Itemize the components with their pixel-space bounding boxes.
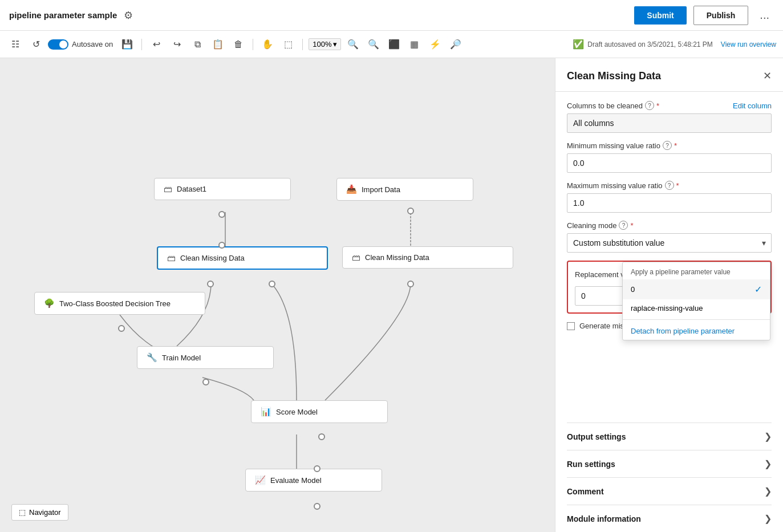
node-clean-missing-1-label: Clean Missing Data: [180, 254, 245, 262]
publish-button[interactable]: Publish: [693, 6, 749, 25]
select-icon[interactable]: ⬚: [279, 36, 297, 53]
node-clean-missing-2[interactable]: 🗃 Clean Missing Data: [342, 246, 513, 269]
columns-edit-link[interactable]: Edit column: [733, 101, 772, 110]
dropdown-divider: [623, 319, 770, 320]
generate-missing-checkbox[interactable]: [567, 322, 575, 330]
min-ratio-help-icon[interactable]: ?: [663, 141, 672, 150]
node-two-class-label: Two-Class Boosted Decision Tree: [59, 299, 171, 308]
min-ratio-input[interactable]: [567, 153, 772, 173]
node-clean-missing-2-label: Clean Missing Data: [365, 253, 429, 262]
refresh-icon[interactable]: ↺: [27, 36, 44, 53]
dropdown-popup: Apply a pipeline parameter value 0 ✓ rap…: [622, 262, 770, 340]
field-columns: Columns to be cleaned ? * Edit column Al…: [567, 101, 772, 133]
node-dataset1[interactable]: 🗃 Dataset1: [154, 178, 291, 200]
node-evaluate-model[interactable]: 📈 Evaluate Model: [245, 469, 382, 492]
field-max-ratio: Maximum missing value ratio ? *: [567, 181, 772, 213]
divider-3: [302, 39, 303, 50]
submit-button[interactable]: Submit: [634, 6, 686, 25]
field-columns-label: Columns to be cleaned ? * Edit column: [567, 101, 772, 110]
node-evaluate-model-label: Evaluate Model: [270, 476, 322, 485]
copy-icon[interactable]: ⧉: [189, 36, 206, 53]
generate-missing-label: Generate mis: [579, 322, 624, 330]
output-settings-label: Output settings: [567, 432, 626, 441]
train-model-icon: 🔧: [147, 352, 157, 363]
more-button[interactable]: ...: [755, 6, 774, 24]
cleaning-mode-required: *: [630, 221, 633, 230]
dot-import-data-out[interactable]: [407, 208, 414, 214]
comment-row[interactable]: Comment ❯: [567, 477, 772, 505]
navigator-button[interactable]: ⬚ Navigator: [11, 504, 68, 521]
toolbar: ☷ ↺ Autosave on 💾 ↩ ↪ ⧉ 📋 🗑 ✋ ⬚ 100% ▾ 🔍…: [0, 31, 783, 58]
dot-clean1-out-left[interactable]: [207, 281, 214, 287]
dot-score-out[interactable]: [318, 433, 325, 440]
sidebar-toggle-icon[interactable]: ☷: [7, 36, 24, 53]
run-settings-label: Run settings: [567, 460, 615, 469]
max-ratio-input[interactable]: [567, 193, 772, 213]
node-two-class[interactable]: 🌳 Two-Class Boosted Decision Tree: [34, 292, 205, 315]
columns-help-icon[interactable]: ?: [645, 101, 654, 110]
output-settings-row[interactable]: Output settings ❯: [567, 423, 772, 450]
main-layout: 🗃 Dataset1 📥 Import Data 🗃 Clean Missing…: [0, 58, 783, 532]
dot-clean1-in[interactable]: [218, 242, 225, 249]
run-settings-row[interactable]: Run settings ❯: [567, 450, 772, 477]
redo-icon[interactable]: ↪: [168, 36, 185, 53]
dot-train-out[interactable]: [202, 379, 209, 385]
undo-icon[interactable]: ↩: [148, 36, 165, 53]
fit-icon[interactable]: ⬛: [386, 36, 403, 53]
clean-missing-1-icon: 🗃: [167, 253, 176, 263]
check-icon: ✓: [754, 284, 762, 295]
dot-evaluate-out[interactable]: [314, 503, 320, 510]
score-model-icon: 📊: [261, 407, 271, 417]
cleaning-mode-select[interactable]: Custom substitution value: [567, 233, 772, 253]
field-min-ratio: Minimum missing value ratio ? *: [567, 141, 772, 173]
node-clean-missing-1[interactable]: 🗃 Clean Missing Data: [157, 246, 328, 270]
comment-label: Comment: [567, 487, 604, 496]
dataset1-icon: 🗃: [164, 184, 172, 194]
navigator-icon: ⬚: [19, 508, 26, 517]
node-train-model[interactable]: 🔧 Train Model: [137, 346, 274, 369]
canvas[interactable]: 🗃 Dataset1 📥 Import Data 🗃 Clean Missing…: [0, 58, 555, 532]
node-train-model-label: Train Model: [162, 354, 201, 362]
divider-2: [253, 39, 253, 50]
zoom-control[interactable]: 100% ▾: [309, 38, 340, 50]
layout-icon[interactable]: ▦: [406, 36, 423, 53]
gear-icon[interactable]: ⚙: [124, 9, 133, 22]
cleaning-mode-help-icon[interactable]: ?: [619, 221, 628, 230]
dot-dataset1-out[interactable]: [218, 211, 225, 218]
dropdown-item-replace[interactable]: raplace-missing-value: [623, 299, 770, 317]
cleaning-mode-select-wrapper: Custom substitution value ▾: [567, 233, 772, 253]
dropdown-header-text: Apply a pipeline parameter value: [623, 262, 770, 279]
bolt-icon[interactable]: ⚡: [427, 36, 444, 53]
max-ratio-help-icon[interactable]: ?: [665, 181, 674, 190]
autosave-toggle[interactable]: Autosave on: [48, 39, 113, 50]
draft-status-text: Draft autosaved on 3/5/2021, 5:48:21 PM: [587, 40, 712, 48]
dropdown-item-0[interactable]: 0 ✓: [623, 279, 770, 299]
module-info-row[interactable]: Module information ❯: [567, 505, 772, 532]
module-info-label: Module information: [567, 514, 641, 523]
clean-missing-2-icon: 🗃: [352, 253, 360, 262]
app-title: pipeline parameter sample: [9, 10, 117, 20]
panel-header: Clean Missing Data ✕: [555, 58, 783, 92]
save-icon[interactable]: 💾: [119, 36, 136, 53]
check-icon: ✅: [573, 39, 584, 50]
autosave-switch[interactable]: [48, 39, 68, 50]
pan-icon[interactable]: ✋: [259, 36, 276, 53]
divider-1: [141, 39, 142, 50]
detach-link[interactable]: Detach from pipeline parameter: [623, 322, 770, 340]
view-run-link[interactable]: View run overview: [721, 40, 776, 48]
node-import-data[interactable]: 📥 Import Data: [336, 178, 473, 201]
dot-clean1-out-right[interactable]: [269, 281, 275, 287]
panel-close-button[interactable]: ✕: [763, 70, 772, 82]
node-dataset1-label: Dataset1: [177, 185, 206, 193]
search-canvas-icon[interactable]: 🔎: [447, 36, 464, 53]
zoom-out-icon[interactable]: 🔍: [365, 36, 382, 53]
delete-icon[interactable]: 🗑: [230, 36, 247, 53]
zoom-in-icon[interactable]: 🔍: [344, 36, 362, 53]
top-bar: pipeline parameter sample ⚙ Submit Publi…: [0, 0, 783, 31]
dot-evaluate-in[interactable]: [314, 465, 320, 472]
dot-two-class-out[interactable]: [118, 325, 125, 332]
paste-icon[interactable]: 📋: [209, 36, 226, 53]
node-score-model[interactable]: 📊 Score Model: [251, 400, 388, 423]
dot-clean2-out[interactable]: [407, 281, 414, 287]
module-info-arrow-icon: ❯: [764, 513, 772, 524]
